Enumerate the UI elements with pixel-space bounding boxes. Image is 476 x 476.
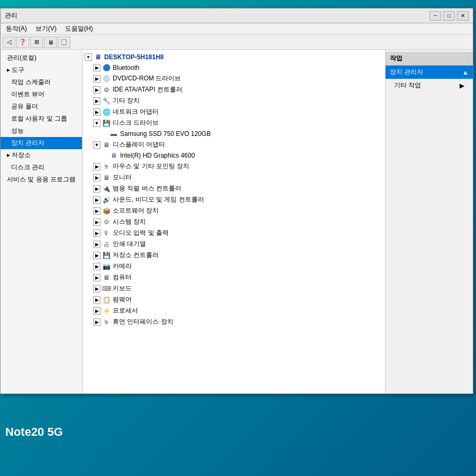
network-expand-btn[interactable]: ▶ (93, 108, 100, 116)
ssd-icon: ▬ (109, 130, 118, 138)
keyboard-label: 키보드 (113, 284, 132, 293)
tree-item-monitor[interactable]: ▶ 🖥 모니터 (83, 172, 385, 183)
computer-label: 컴퓨터 (113, 273, 132, 282)
tree-item-system[interactable]: ▶ ⚙ 시스템 장치 (83, 216, 385, 227)
sidebar-item-storage[interactable]: ▸ 저장소 (1, 149, 82, 161)
sound-expand-btn[interactable]: ▶ (93, 196, 100, 204)
right-panel-device-manager-label: 장치 관리자 (390, 68, 423, 77)
mouse-label: 마우스 및 기타 포인팅 장치 (113, 162, 189, 171)
tree-item-processor[interactable]: ▶ ⚡ 프로세서 (83, 305, 385, 316)
storage-expand-btn[interactable]: ▶ (93, 252, 100, 259)
ide-expand-btn[interactable]: ▶ (93, 86, 100, 94)
tree-root[interactable]: ▼ 🖥 DESKTOP-5H181H8 (83, 52, 385, 62)
sidebar-item-device-manager[interactable]: 장치 관리자 (1, 137, 82, 149)
toolbar-btn-4[interactable]: 🖥 (44, 36, 57, 48)
tree-item-display-adapters[interactable]: ▼ 🖥 디스플레이 어댑터 (83, 139, 385, 150)
other-devices-label: 기타 장치 (113, 96, 140, 105)
storage-icon: 💾 (102, 251, 111, 260)
system-label: 시스템 장치 (113, 217, 146, 226)
restore-button[interactable]: □ (443, 11, 455, 21)
hid-expand-btn[interactable]: ▶ (93, 318, 100, 326)
bus-expand-btn[interactable]: ▶ (93, 185, 100, 193)
computer-expand-btn[interactable]: ▶ (93, 274, 100, 281)
tree-item-sound[interactable]: ▶ 🔊 사운드, 비디오 및 게임 컨트롤러 (83, 194, 385, 205)
tree-item-mouse[interactable]: ▶ 🖱 마우스 및 기타 포인팅 장치 (83, 161, 385, 172)
help-menu[interactable]: 도움말(H) (62, 23, 96, 34)
tree-item-bluetooth[interactable]: ▶ 🔵 Bluetooth (83, 62, 385, 73)
tree-item-camera[interactable]: ▶ 📷 카메라 (83, 261, 385, 272)
right-panel: 작업 장치 관리자 ▲ 기타 작업 ▶ (386, 50, 473, 393)
camera-expand-btn[interactable]: ▶ (93, 263, 100, 270)
right-panel-device-manager[interactable]: 장치 관리자 ▲ (386, 66, 473, 79)
audio-icon: 🎙 (102, 229, 111, 237)
tree-item-intel-hd[interactable]: 🖥 Intel(R) HD Graphics 4600 (83, 150, 385, 161)
tree-item-disk-drives[interactable]: ▼ 💾 디스크 드라이브 (83, 117, 385, 129)
toolbar-btn-1[interactable]: ◁ (3, 36, 15, 48)
software-icon: 📦 (102, 207, 111, 215)
keyboard-expand-btn[interactable]: ▶ (93, 285, 100, 292)
sidebar-item-services-apps[interactable]: 서비스 및 응용 프로그램 (1, 173, 82, 186)
firmware-expand-btn[interactable]: ▶ (93, 296, 100, 304)
mouse-expand-btn[interactable]: ▶ (93, 163, 100, 170)
tree-item-computer[interactable]: ▶ 🖥 컴퓨터 (83, 272, 385, 283)
dvd-expand-btn[interactable]: ▶ (93, 75, 100, 83)
monitor-expand-btn[interactable]: ▶ (93, 174, 100, 181)
mouse-icon: 🖱 (102, 162, 111, 171)
processor-expand-btn[interactable]: ▶ (93, 307, 100, 315)
display-adapters-icon: 🖥 (102, 141, 111, 149)
software-expand-btn[interactable]: ▶ (93, 207, 100, 215)
sidebar-item-local-users[interactable]: 로컬 사용자 및 그룹 (1, 113, 82, 125)
device-tree: ▼ 🖥 DESKTOP-5H181H8 ▶ 🔵 Bluetooth ▶ 💿 DV… (83, 50, 386, 393)
sidebar-item-tools[interactable]: ▸ 도구 (1, 64, 82, 76)
display-adapters-label: 디스플레이 어댑터 (113, 140, 165, 149)
toolbar-btn-3[interactable]: ⊞ (30, 36, 43, 48)
toolbar-btn-5[interactable]: 📋 (58, 36, 70, 48)
network-icon: 🌐 (102, 108, 111, 116)
dvd-icon: 💿 (102, 75, 111, 83)
other-devices-expand-btn[interactable]: ▶ (93, 97, 100, 105)
close-button[interactable]: ✕ (457, 11, 469, 21)
tree-item-samsung-ssd[interactable]: ▬ Samsung SSD 750 EVO 120GB (83, 129, 385, 139)
tree-item-audio[interactable]: ▶ 🎙 오디오 입력 및 출력 (83, 227, 385, 239)
processor-icon: ⚡ (102, 307, 111, 315)
bluetooth-label: Bluetooth (113, 64, 140, 71)
device-manager-window: 관리 ─ □ ✕ 동작(A) 보기(V) 도움말(H) ◁ ❓ ⊞ 🖥 📋 (0, 8, 473, 394)
tree-item-software[interactable]: ▶ 📦 소프트웨어 장치 (83, 205, 385, 216)
audio-expand-btn[interactable]: ▶ (93, 230, 100, 237)
tree-item-ide[interactable]: ▶ ⚙ IDE ATA/ATAPI 컨트롤러 (83, 84, 385, 95)
tree-item-keyboard[interactable]: ▶ ⌨ 키보드 (83, 283, 385, 294)
pc-icon: 🖥 (102, 273, 111, 282)
view-menu[interactable]: 보기(V) (32, 23, 60, 34)
title-bar: 관리 ─ □ ✕ (1, 8, 473, 23)
tree-item-dvd[interactable]: ▶ 💿 DVD/CD-ROM 드라이브 (83, 73, 385, 84)
toolbar-btn-2[interactable]: ❓ (16, 36, 29, 48)
ide-label: IDE ATA/ATAPI 컨트롤러 (113, 85, 182, 94)
tree-item-storage-ctrl[interactable]: ▶ 💾 저장소 컨트롤러 (83, 250, 385, 261)
device-label: Note20 5G (5, 425, 63, 439)
bluetooth-expand-btn[interactable]: ▶ (93, 64, 100, 71)
sidebar-item-shared-folders[interactable]: 공유 폴더 (1, 100, 82, 113)
sidebar-item-manage-local[interactable]: 관리(로컬) (1, 52, 82, 64)
disk-drives-expand-btn[interactable]: ▼ (93, 120, 100, 127)
print-expand-btn[interactable]: ▶ (93, 241, 100, 248)
root-expand-btn[interactable]: ▼ (85, 53, 92, 61)
sidebar-item-performance[interactable]: 성능 (1, 125, 82, 137)
sidebar-item-event-viewer[interactable]: 이벤트 뷰어 (1, 88, 82, 100)
right-panel-other-actions[interactable]: 기타 작업 ▶ (386, 79, 473, 92)
tree-item-other-devices[interactable]: ▶ 🔧 기타 장치 (83, 95, 385, 106)
tree-item-hid[interactable]: ▶ 🖱 휴먼 인터페이스 장치 (83, 316, 385, 327)
display-expand-btn[interactable]: ▼ (93, 141, 100, 149)
system-expand-btn[interactable]: ▶ (93, 218, 100, 226)
samsung-ssd-label: Samsung SSD 750 EVO 120GB (120, 130, 210, 138)
sidebar-item-task-scheduler[interactable]: 작업 스케줄러 (1, 76, 82, 88)
tree-item-firmware[interactable]: ▶ 📋 펌웨어 (83, 294, 385, 305)
sidebar-item-disk-management[interactable]: 디스크 관리 (1, 161, 82, 173)
action-menu[interactable]: 동작(A) (3, 23, 30, 34)
tree-item-bus-ctrl[interactable]: ▶ 🔌 범용 직렬 버스 컨트롤러 (83, 183, 385, 194)
tree-item-print[interactable]: ▶ 🖨 인쇄 대기열 (83, 239, 385, 250)
right-panel-other-actions-label: 기타 작업 (394, 81, 421, 90)
hid-label: 휴먼 인터페이스 장치 (113, 317, 173, 326)
audio-label: 오디오 입력 및 출력 (113, 228, 169, 237)
tree-item-network[interactable]: ▶ 🌐 네트워크 어댑터 (83, 106, 385, 117)
minimize-button[interactable]: ─ (429, 11, 441, 21)
